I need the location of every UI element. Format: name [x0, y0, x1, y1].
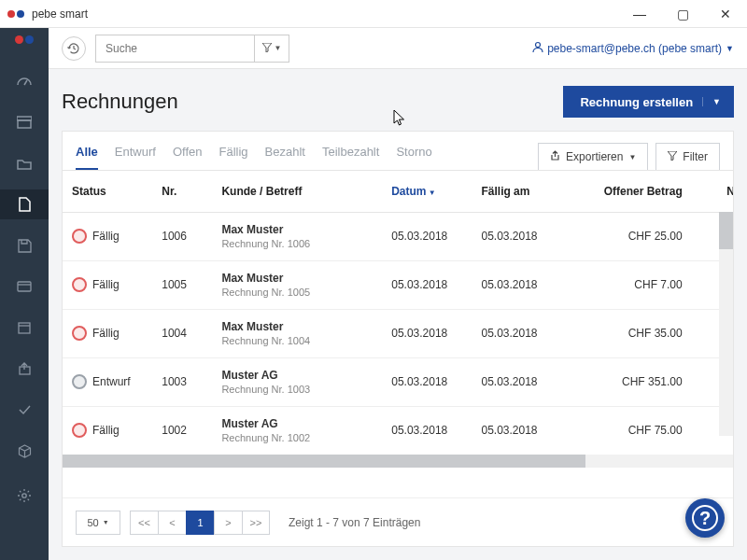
maximize-button[interactable]: ▢ — [661, 0, 704, 28]
page-title: Rechnungen — [62, 90, 178, 114]
tab-entwurf[interactable]: Entwurf — [115, 145, 156, 170]
app-logo-icon — [7, 10, 24, 18]
topbar: ▼ pebe-smart@pebe.ch (pebe smart) ▼ — [49, 28, 747, 69]
filter-button[interactable]: Filter — [655, 143, 720, 171]
status-label: Fällig — [92, 424, 120, 437]
svg-rect-5 — [19, 323, 30, 333]
pager: 50 ▼ << < 1 > >> Zeigt 1 - 7 von 7 Eintr… — [63, 497, 733, 546]
col-status[interactable]: Status — [63, 171, 152, 212]
titlebar: pebe smart — ▢ ✕ — [0, 0, 747, 28]
horizontal-scrollbar[interactable] — [63, 455, 733, 468]
page-size-select[interactable]: 50 ▼ — [76, 511, 120, 535]
filter-label: Filter — [683, 150, 708, 163]
export-icon — [550, 150, 560, 163]
cell-faellig: 05.03.2018 — [472, 406, 561, 455]
col-nr[interactable]: Nr. — [152, 171, 212, 212]
table-row[interactable]: Fällig1004Max MusterRechnung Nr. 100405.… — [63, 309, 733, 357]
tab-storno[interactable]: Storno — [396, 145, 431, 170]
pager-prev[interactable]: < — [158, 511, 186, 535]
pager-next[interactable]: > — [214, 511, 242, 535]
user-icon — [532, 41, 543, 56]
tabs: AlleEntwurfOffenFälligBezahltTeilbezahlt… — [76, 145, 432, 170]
create-invoice-label: Rechnung erstellen — [580, 95, 693, 109]
user-menu[interactable]: pebe-smart@pebe.ch (pebe smart) ▼ — [532, 41, 734, 56]
check-icon[interactable] — [0, 395, 49, 425]
card-icon[interactable] — [0, 272, 49, 301]
cell-offen: CHF 7.00 — [562, 260, 692, 309]
chevron-down-icon: ▼ — [702, 97, 721, 106]
col-faellig[interactable]: Fällig am — [472, 171, 561, 212]
table-row[interactable]: Entwurf1003Muster AGRechnung Nr. 100305.… — [63, 357, 733, 406]
pager-last[interactable]: >> — [242, 511, 270, 535]
cell-nr: 1004 — [152, 309, 212, 357]
cell-kunde: Muster AG — [221, 369, 373, 382]
status-label: Fällig — [92, 278, 120, 291]
minimize-button[interactable]: — — [618, 0, 661, 28]
package-icon[interactable] — [0, 436, 49, 466]
col-kunde[interactable]: Kunde / Betreff — [212, 171, 382, 212]
svg-line-0 — [24, 80, 27, 85]
help-button[interactable]: ? — [685, 498, 725, 538]
cell-offen: CHF 25.00 — [562, 212, 692, 260]
funnel-icon — [668, 150, 677, 163]
tab-teilbezahlt[interactable]: Teilbezahlt — [322, 145, 379, 170]
cell-datum: 05.03.2018 — [382, 406, 472, 455]
chevron-down-icon: ▼ — [628, 153, 636, 161]
invoice-table: Status Nr. Kunde / Betreff Datum Fällig … — [63, 171, 733, 455]
cell-faellig: 05.03.2018 — [472, 212, 561, 260]
tab-bezahlt[interactable]: Bezahlt — [265, 145, 305, 170]
create-invoice-button[interactable]: Rechnung erstellen ▼ — [563, 86, 734, 118]
gear-icon[interactable] — [0, 481, 49, 511]
calendar-icon[interactable] — [0, 313, 49, 343]
cell-offen: CHF 75.00 — [562, 406, 692, 455]
folder-icon[interactable] — [0, 148, 49, 178]
dashboard-icon[interactable] — [0, 66, 49, 96]
cell-offen: CHF 351.00 — [562, 357, 692, 406]
document-icon[interactable] — [0, 189, 49, 219]
cell-betreff: Rechnung Nr. 1002 — [221, 432, 373, 443]
sidebar — [0, 28, 49, 560]
cell-betreff: Rechnung Nr. 1004 — [221, 335, 373, 346]
tab-alle[interactable]: Alle — [76, 145, 98, 170]
export-icon[interactable] — [0, 354, 49, 384]
pager-info: Zeigt 1 - 7 von 7 Einträgen — [289, 516, 420, 529]
export-button[interactable]: Exportieren ▼ — [538, 143, 648, 171]
cell-kunde: Max Muster — [221, 320, 373, 333]
col-netto[interactable]: Nettobet — [692, 171, 733, 212]
svg-point-9 — [536, 42, 541, 47]
search-filter-dropdown[interactable]: ▼ — [254, 35, 289, 63]
history-icon[interactable] — [62, 36, 86, 61]
save-icon[interactable] — [0, 231, 49, 260]
tab-offen[interactable]: Offen — [173, 145, 203, 170]
cell-nr: 1002 — [152, 406, 212, 455]
cell-faellig: 05.03.2018 — [472, 260, 561, 309]
table-scroll[interactable]: Status Nr. Kunde / Betreff Datum Fällig … — [63, 170, 733, 497]
vertical-scrollbar[interactable] — [719, 212, 733, 436]
pager-first[interactable]: << — [130, 511, 158, 535]
status-icon — [72, 423, 87, 438]
cell-kunde: Max Muster — [221, 223, 373, 236]
page-header: Rechnungen Rechnung erstellen ▼ — [62, 86, 734, 118]
cell-faellig: 05.03.2018 — [472, 357, 561, 406]
window-controls: — ▢ ✕ — [618, 0, 747, 28]
cell-kunde: Muster AG — [221, 417, 373, 430]
svg-rect-2 — [17, 117, 32, 120]
cell-nr: 1005 — [152, 260, 212, 309]
table-row[interactable]: Fällig1005Max MusterRechnung Nr. 100505.… — [63, 260, 733, 309]
cell-datum: 05.03.2018 — [382, 260, 472, 309]
table-row[interactable]: Fällig1006Max MusterRechnung Nr. 100605.… — [63, 212, 733, 260]
funnel-icon — [262, 43, 272, 54]
col-datum[interactable]: Datum — [382, 171, 472, 212]
sidebar-logo-icon — [15, 35, 34, 44]
tab-fällig[interactable]: Fällig — [218, 145, 247, 170]
status-label: Entwurf — [92, 375, 131, 388]
pager-current[interactable]: 1 — [186, 511, 214, 535]
archive-icon[interactable] — [0, 107, 49, 137]
close-button[interactable]: ✕ — [704, 0, 747, 28]
table-row[interactable]: Fällig1002Muster AGRechnung Nr. 100205.0… — [63, 406, 733, 455]
cell-betreff: Rechnung Nr. 1003 — [221, 384, 373, 395]
cell-faellig: 05.03.2018 — [472, 309, 561, 357]
search-input[interactable] — [95, 35, 254, 63]
col-offen[interactable]: Offener Betrag — [562, 171, 692, 212]
cell-betreff: Rechnung Nr. 1006 — [221, 238, 373, 249]
